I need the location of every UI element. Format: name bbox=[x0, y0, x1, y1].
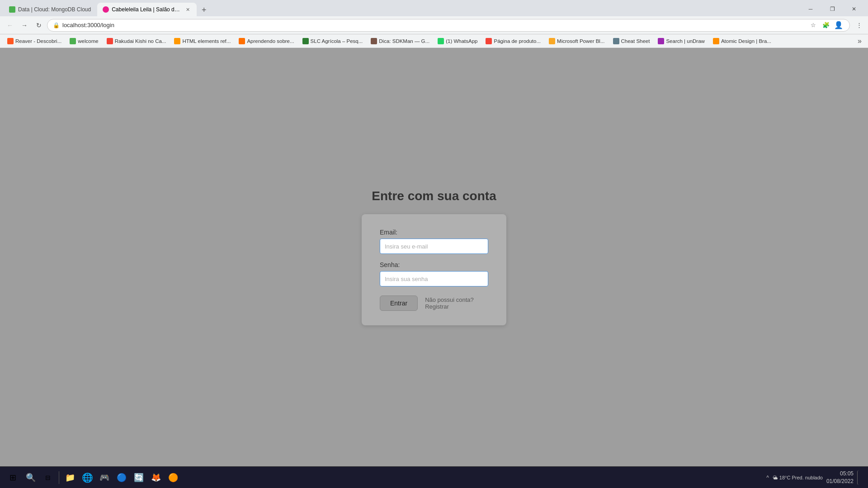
bookmark-label-sdkman: Dica: SDKMan — G... bbox=[379, 38, 429, 44]
password-label: Senha: bbox=[380, 261, 488, 268]
edge-browser-button[interactable]: 🌐 bbox=[79, 469, 95, 486]
bookmark-aprendendo[interactable]: Aprendendo sobre... bbox=[235, 36, 297, 47]
weather-widget[interactable]: 🌥 18°C Pred. nublado bbox=[773, 475, 823, 480]
chrome-icon: 🟠 bbox=[168, 473, 178, 483]
password-group: Senha: bbox=[380, 261, 488, 286]
bookmarks-more-button[interactable]: » bbox=[855, 36, 864, 46]
task-view-button[interactable]: ⊟ bbox=[40, 469, 56, 486]
start-icon: ⊞ bbox=[9, 473, 16, 483]
vscode-button[interactable]: 🔵 bbox=[113, 469, 130, 486]
start-button[interactable]: ⊞ bbox=[4, 469, 22, 487]
bookmark-label-undraw: Search | unDraw bbox=[666, 38, 704, 44]
minimize-button[interactable]: ─ bbox=[800, 2, 821, 16]
time-display: 05:05 bbox=[826, 470, 854, 478]
search-taskbar-icon: 🔍 bbox=[26, 473, 36, 483]
bookmark-welcome[interactable]: welcome bbox=[66, 36, 102, 47]
refresh-button[interactable]: ↻ bbox=[33, 19, 45, 32]
search-taskbar-button[interactable]: 🔍 bbox=[23, 469, 39, 486]
bookmark-favicon-powerbi bbox=[549, 38, 555, 44]
firefox-button[interactable]: 🦊 bbox=[148, 469, 164, 486]
bookmark-label-whatsapp: (1) WhatsApp bbox=[446, 38, 477, 44]
extensions-icon[interactable]: 🧩 bbox=[821, 20, 831, 31]
submit-button[interactable]: Entrar bbox=[380, 296, 418, 311]
bookmark-favicon-atomic bbox=[713, 38, 719, 44]
date-display: 01/08/2022 bbox=[826, 478, 854, 485]
steam-icon: 🎮 bbox=[99, 473, 109, 483]
bookmark-label-rakudai: Rakudai Kishi no Ca... bbox=[115, 38, 166, 44]
tab-cabeleleila[interactable]: Cabeleleila Leila | Salão de Bele... ✕ bbox=[97, 3, 197, 16]
bookmark-icon[interactable]: ☆ bbox=[808, 20, 819, 31]
bookmark-favicon-slc bbox=[302, 38, 309, 44]
file-explorer-button[interactable]: 📁 bbox=[62, 469, 78, 486]
clock-widget[interactable]: 05:05 01/08/2022 bbox=[826, 470, 854, 485]
email-input[interactable] bbox=[380, 239, 488, 254]
browser-chrome: Data | Cloud: MongoDB Cloud Cabeleleila … bbox=[0, 0, 868, 48]
taskbar: ⊞ 🔍 ⊟ 📁 🌐 🎮 🔵 🔄 🦊 🟠 ^ bbox=[0, 466, 868, 488]
steam-button[interactable]: 🎮 bbox=[96, 469, 113, 486]
bookmark-rakudai[interactable]: Rakudai Kishi no Ca... bbox=[103, 36, 170, 47]
new-tab-button[interactable]: + bbox=[198, 4, 210, 16]
tab-favicon-mongodb bbox=[9, 6, 15, 13]
bookmark-favicon-welcome bbox=[70, 38, 76, 44]
bookmark-label-cheatsheet: Cheat Sheet bbox=[621, 38, 650, 44]
address-bar[interactable]: 🔒 localhost:3000/login ☆ 🧩 👤 bbox=[47, 19, 850, 32]
bookmark-label-produto: Página de produto... bbox=[494, 38, 541, 44]
bookmark-atomic[interactable]: Atomic Design | Bra... bbox=[709, 36, 775, 47]
bookmark-favicon-rakudai bbox=[107, 38, 113, 44]
bookmark-cheatsheet[interactable]: Cheat Sheet bbox=[609, 36, 654, 47]
profile-icon[interactable]: 👤 bbox=[833, 20, 844, 31]
address-bar-row: ← → ↻ 🔒 localhost:3000/login ☆ 🧩 👤 ⋮ bbox=[0, 16, 868, 34]
lock-icon: 🔒 bbox=[53, 22, 60, 28]
bookmark-undraw[interactable]: Search | unDraw bbox=[654, 36, 708, 47]
settings-icon[interactable]: ⋮ bbox=[854, 20, 864, 31]
tab-title-cabeleleila: Cabeleleila Leila | Salão de Bele... bbox=[112, 6, 181, 13]
form-actions: Entrar Não possui conta? Registrar bbox=[380, 296, 488, 311]
tab-title-mongodb: Data | Cloud: MongoDB Cloud bbox=[18, 6, 91, 13]
bookmark-favicon-sdkman bbox=[371, 38, 377, 44]
refresh-app-icon: 🔄 bbox=[134, 473, 144, 483]
bookmark-whatsapp[interactable]: (1) WhatsApp bbox=[434, 36, 481, 47]
bookmark-favicon-undraw bbox=[658, 38, 664, 44]
bookmark-powerbi[interactable]: Microsoft Power Bl... bbox=[545, 36, 608, 47]
register-link[interactable]: Não possui conta? Registrar bbox=[425, 296, 488, 310]
system-tray: ^ bbox=[766, 474, 769, 481]
page-content: Entre com sua conta Email: Senha: Entrar… bbox=[0, 48, 868, 466]
bookmark-label-powerbi: Microsoft Power Bl... bbox=[557, 38, 604, 44]
taskbar-right: ^ 🌥 18°C Pred. nublado 05:05 01/08/2022 bbox=[766, 470, 864, 485]
bookmark-sdkman[interactable]: Dica: SDKMan — G... bbox=[367, 36, 433, 47]
restore-button[interactable]: ❐ bbox=[822, 2, 843, 16]
email-label: Email: bbox=[380, 229, 488, 236]
weather-icon: 🌥 bbox=[773, 475, 778, 480]
bookmark-html-ref[interactable]: HTML elements ref... bbox=[170, 36, 234, 47]
firefox-icon: 🦊 bbox=[151, 473, 161, 483]
bookmark-slc[interactable]: SLC Agrícola – Pesq... bbox=[299, 36, 367, 47]
email-group: Email: bbox=[380, 229, 488, 254]
bookmark-label-html-ref: HTML elements ref... bbox=[182, 38, 231, 44]
bookmark-produto[interactable]: Página de produto... bbox=[482, 36, 544, 47]
bookmark-label-slc: SLC Agrícola – Pesq... bbox=[311, 38, 363, 44]
back-button[interactable]: ← bbox=[4, 19, 16, 32]
bookmark-favicon-aprendendo bbox=[239, 38, 245, 44]
chrome-button[interactable]: 🟠 bbox=[165, 469, 181, 486]
bookmark-favicon-cheatsheet bbox=[613, 38, 619, 44]
bookmarks-bar: Reaver - Descobri... welcome Rakudai Kis… bbox=[0, 34, 868, 48]
weather-text: 18°C Pred. nublado bbox=[779, 475, 823, 480]
edge-browser-icon: 🌐 bbox=[82, 472, 93, 483]
tab-mongodb[interactable]: Data | Cloud: MongoDB Cloud bbox=[4, 3, 96, 16]
taskbar-apps: 📁 🌐 🎮 🔵 🔄 🦊 🟠 bbox=[62, 469, 181, 486]
bookmark-reaver[interactable]: Reaver - Descobri... bbox=[4, 36, 65, 47]
show-desktop-button[interactable] bbox=[857, 470, 861, 485]
chevron-up-icon[interactable]: ^ bbox=[766, 474, 769, 481]
address-bar-icons: ☆ 🧩 👤 bbox=[808, 20, 844, 31]
tab-bar: Data | Cloud: MongoDB Cloud Cabeleleila … bbox=[0, 0, 868, 16]
bookmark-label-reaver: Reaver - Descobri... bbox=[15, 38, 61, 44]
refresh-app-button[interactable]: 🔄 bbox=[131, 469, 147, 486]
bookmark-label-aprendendo: Aprendendo sobre... bbox=[247, 38, 294, 44]
password-input[interactable] bbox=[380, 271, 488, 286]
tab-close-button[interactable]: ✕ bbox=[184, 6, 191, 13]
bookmark-favicon-html-ref bbox=[174, 38, 180, 44]
close-button[interactable]: ✕ bbox=[844, 2, 864, 16]
file-explorer-icon: 📁 bbox=[65, 473, 75, 483]
taskbar-separator bbox=[59, 471, 59, 484]
forward-button[interactable]: → bbox=[18, 19, 31, 32]
